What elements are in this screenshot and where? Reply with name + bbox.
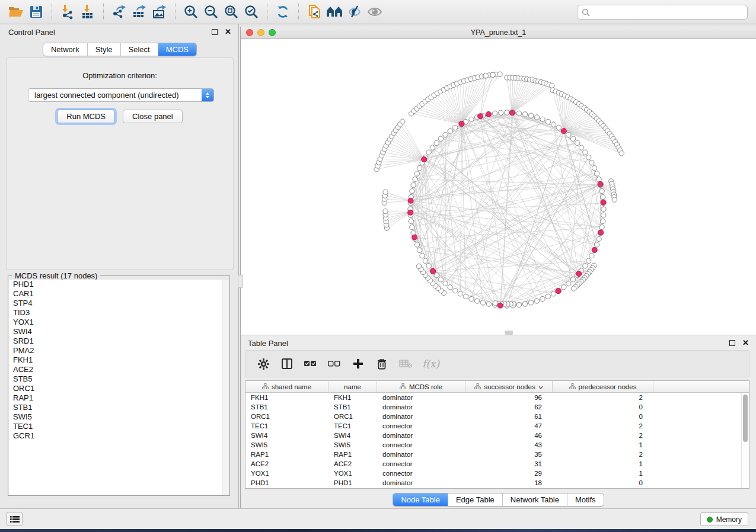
network-canvas[interactable] — [241, 39, 755, 334]
cell-successor-nodes[interactable]: 43 — [465, 440, 553, 450]
save-session-icon[interactable] — [26, 2, 46, 22]
column-header-name[interactable]: name — [328, 381, 377, 392]
cell-successor-nodes[interactable]: 18 — [465, 478, 553, 488]
cell-MCDS-role[interactable]: connector — [377, 440, 465, 450]
cell-MCDS-role[interactable]: dominator — [377, 393, 465, 402]
cell-predecessor-nodes[interactable]: 0 — [553, 478, 653, 488]
table-row[interactable]: FKH1FKH1dominator962 — [245, 393, 749, 402]
search-box[interactable] — [577, 5, 748, 20]
splitter-handle[interactable] — [238, 275, 243, 288]
cell-shared-name[interactable]: RAP1 — [245, 450, 328, 459]
cell-shared-name[interactable]: TEC1 — [245, 421, 328, 431]
mcds-result-item[interactable]: CAR1 — [9, 289, 229, 299]
mcds-result-item[interactable]: STP4 — [9, 299, 229, 308]
mcds-result-item[interactable]: STB5 — [9, 374, 229, 384]
column-header-shared-name[interactable]: shared name — [245, 381, 328, 392]
mcds-result-item[interactable]: RAP1 — [9, 393, 229, 403]
mcds-result-item[interactable]: PMA2 — [9, 346, 229, 355]
cell-shared-name[interactable]: ACE2 — [245, 459, 328, 469]
table-row[interactable]: ACE2ACE2connector311 — [245, 459, 749, 469]
cell-MCDS-role[interactable]: dominator — [377, 412, 465, 421]
cell-predecessor-nodes[interactable]: 2 — [553, 431, 653, 440]
memory-button[interactable]: Memory — [700, 512, 748, 526]
cell-MCDS-role[interactable]: dominator — [377, 478, 465, 488]
cell-shared-name[interactable]: PHD1 — [245, 478, 328, 488]
cell-MCDS-role[interactable]: dominator — [377, 450, 465, 459]
delete-table-icon[interactable] — [398, 357, 413, 371]
mcds-result-list[interactable]: PHD1CAR1STP4TID3YOX1SWI4SRD1PMA2FKH1ACE2… — [9, 280, 229, 495]
cell-successor-nodes[interactable]: 29 — [465, 469, 553, 478]
tab-mcds[interactable]: MCDS — [158, 43, 196, 56]
export-network-icon[interactable] — [109, 2, 129, 22]
mcds-result-item[interactable]: YOX1 — [9, 318, 229, 327]
hide-graphics-details-icon[interactable] — [365, 2, 385, 22]
cell-name[interactable]: TEC1 — [328, 421, 377, 431]
deselect-all-icon[interactable] — [327, 357, 342, 371]
cell-MCDS-role[interactable]: dominator — [377, 431, 465, 440]
cell-shared-name[interactable]: STB1 — [245, 402, 328, 412]
zoom-in-icon[interactable] — [181, 2, 201, 22]
cell-shared-name[interactable]: YOX1 — [245, 469, 328, 478]
cell-shared-name[interactable]: SWI4 — [245, 431, 328, 440]
cell-name[interactable]: STB1 — [328, 402, 377, 412]
close-panel-button[interactable]: Close panel — [123, 110, 183, 123]
mcds-result-item[interactable]: SWI5 — [9, 412, 229, 422]
close-table-panel-icon[interactable]: ✕ — [742, 340, 749, 346]
mcds-result-item[interactable]: GCR1 — [9, 431, 229, 441]
tab-style[interactable]: Style — [87, 43, 120, 56]
search-input[interactable] — [593, 8, 743, 17]
cell-predecessor-nodes[interactable]: 2 — [553, 421, 653, 431]
tab-node-table[interactable]: Node Table — [393, 493, 448, 506]
tab-motifs[interactable]: Motifs — [567, 493, 604, 506]
float-table-panel-icon[interactable] — [729, 340, 735, 346]
table-row[interactable]: SWI5SWI5connector431 — [245, 440, 749, 450]
mcds-result-item[interactable]: FKH1 — [9, 355, 229, 365]
table-row[interactable]: TEC1TEC1connector472 — [245, 421, 749, 431]
mcds-result-item[interactable]: SWI4 — [9, 327, 229, 336]
refresh-icon[interactable] — [273, 2, 293, 22]
close-panel-icon[interactable]: ✕ — [225, 29, 231, 35]
cell-shared-name[interactable]: SWI5 — [245, 440, 328, 450]
table-row[interactable]: SWI4SWI4dominator462 — [245, 431, 749, 440]
column-header-successor-nodes[interactable]: successor nodes — [465, 381, 553, 392]
mcds-result-item[interactable]: ACE2 — [9, 365, 229, 374]
first-neighbors-icon[interactable] — [324, 2, 344, 22]
split-table-icon[interactable] — [280, 357, 294, 371]
tab-network[interactable]: Network — [43, 43, 87, 56]
table-row[interactable]: STB1STB1dominator620 — [245, 402, 749, 412]
cell-name[interactable]: FKH1 — [328, 393, 377, 402]
cell-name[interactable]: ACE2 — [328, 459, 377, 469]
float-panel-icon[interactable] — [212, 29, 218, 35]
tab-select[interactable]: Select — [120, 43, 158, 56]
open-file-icon[interactable] — [6, 2, 26, 22]
cell-name[interactable]: RAP1 — [328, 450, 377, 459]
table-scrollbar-thumb[interactable] — [743, 395, 748, 442]
cell-successor-nodes[interactable]: 47 — [465, 421, 553, 431]
table-row[interactable]: ORC1ORC1dominator610 — [245, 412, 749, 421]
mcds-result-item[interactable]: TID3 — [9, 308, 229, 318]
column-header-MCDS-role[interactable]: MCDS role — [377, 381, 465, 392]
cell-predecessor-nodes[interactable]: 1 — [553, 469, 653, 478]
delete-column-icon[interactable] — [375, 357, 389, 371]
cell-MCDS-role[interactable]: dominator — [377, 402, 465, 412]
zoom-selected-icon[interactable] — [241, 2, 261, 22]
optimization-criterion-select[interactable]: largest connected component (undirected) — [28, 88, 214, 102]
column-settings-icon[interactable] — [256, 357, 270, 371]
export-image-icon[interactable] — [149, 2, 170, 22]
cell-name[interactable]: SWI5 — [328, 440, 377, 450]
cell-successor-nodes[interactable]: 96 — [465, 393, 553, 402]
run-mcds-button[interactable]: Run MCDS — [57, 110, 115, 123]
cell-predecessor-nodes[interactable]: 1 — [553, 440, 653, 450]
cell-predecessor-nodes[interactable]: 1 — [553, 459, 653, 469]
table-row[interactable]: YOX1YOX1connector291 — [245, 469, 749, 478]
cell-successor-nodes[interactable]: 61 — [465, 412, 553, 421]
import-network-icon[interactable] — [58, 2, 78, 22]
export-table-icon[interactable] — [129, 2, 149, 22]
table-row[interactable]: RAP1RAP1dominator352 — [245, 450, 749, 459]
cell-shared-name[interactable]: ORC1 — [245, 412, 328, 421]
cell-MCDS-role[interactable]: connector — [377, 421, 465, 431]
mcds-result-item[interactable]: ORC1 — [9, 384, 229, 393]
cell-predecessor-nodes[interactable]: 2 — [553, 393, 653, 402]
mcds-result-item[interactable]: STB1 — [9, 403, 229, 412]
cell-predecessor-nodes[interactable]: 0 — [553, 402, 653, 412]
